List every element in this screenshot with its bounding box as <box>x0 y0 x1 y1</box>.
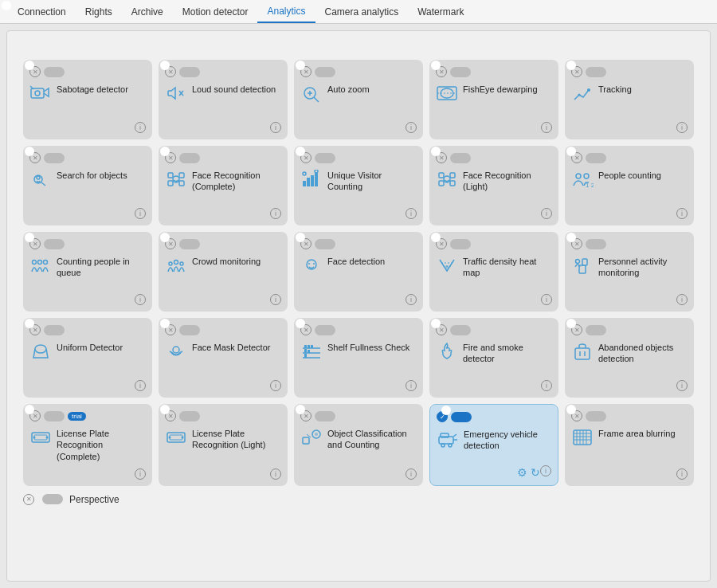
card-footer-sabotage: i <box>29 122 146 133</box>
card-header-fisheye: ✕ <box>436 66 552 77</box>
toggle-bar-fire-smoke[interactable] <box>450 325 471 335</box>
card-body-traffic-density: Traffic density heat map <box>436 253 552 291</box>
toggle-bar-shelf-fullness[interactable] <box>315 325 335 335</box>
toggle-bar-face-recognition-complete[interactable] <box>179 153 200 163</box>
toggle-bar-crowd-monitoring[interactable] <box>179 239 200 249</box>
info-button-license-plate-light[interactable]: i <box>270 468 281 480</box>
toggle-bar-counting-queue[interactable] <box>44 239 65 249</box>
info-button-fire-smoke[interactable]: i <box>541 380 552 391</box>
info-button-unique-visitor[interactable]: i <box>406 208 417 219</box>
module-card-license-plate-complete: ✕trialLicense Plate Recognition (Complet… <box>23 404 152 486</box>
nav-item-connection[interactable]: Connection <box>8 2 76 22</box>
info-button-object-classification[interactable]: i <box>406 468 417 480</box>
info-button-search-objects[interactable]: i <box>135 208 146 219</box>
info-button-sabotage[interactable]: i <box>135 122 146 133</box>
svg-point-43 <box>308 263 310 265</box>
abandoned-objects-icon <box>571 342 594 361</box>
card-body-personnel-activity: Personnel activity monitoring <box>571 253 688 291</box>
info-button-traffic-density[interactable]: i <box>541 294 552 305</box>
svg-rect-24 <box>311 175 314 186</box>
svg-point-33 <box>576 174 581 178</box>
toggle-bar-sabotage[interactable] <box>44 67 65 77</box>
card-header-emergency-vehicle: ✓ <box>437 411 551 422</box>
toggle-bar-object-classification[interactable] <box>315 411 335 421</box>
toggle-bar-traffic-density[interactable] <box>450 239 471 249</box>
toggle-bar-uniform-detector[interactable] <box>44 325 65 335</box>
info-button-face-recognition-complete[interactable]: i <box>270 208 281 219</box>
perspective-x[interactable]: ✕ <box>23 494 34 505</box>
refresh-icon[interactable]: ↻ <box>531 466 540 479</box>
info-button-frame-area-blurring[interactable]: i <box>676 468 688 480</box>
toggle-bar-emergency-vehicle[interactable] <box>451 412 472 422</box>
toggle-bar-abandoned-objects[interactable] <box>586 325 606 335</box>
card-footer-face-recognition-light: i <box>436 208 552 219</box>
toggle-bar-personnel-activity[interactable] <box>586 239 606 249</box>
module-card-auto-zoom: ✕Auto zoomi <box>294 60 423 139</box>
toggle-bar-license-plate-complete[interactable] <box>44 411 65 421</box>
svg-point-81 <box>441 444 445 447</box>
info-button-license-plate-complete[interactable]: i <box>135 468 146 480</box>
nav-item-motion-detector[interactable]: Motion detector <box>173 2 258 22</box>
card-body-loud-sound: Loud sound detection <box>165 80 281 119</box>
module-card-face-mask: ✕Face Mask Detectori <box>159 318 288 398</box>
card-body-unique-visitor: Unique Visitor Counting <box>300 167 417 205</box>
card-body-people-counting: 1 2People counting <box>571 167 688 205</box>
svg-point-39 <box>169 262 172 265</box>
toggle-bar-face-mask[interactable] <box>179 325 200 335</box>
svg-rect-63 <box>304 354 307 358</box>
info-button-people-counting[interactable]: i <box>676 208 688 219</box>
module-card-emergency-vehicle: ✓Emergency vehicle detection⚙↻i <box>429 404 558 486</box>
module-card-crowd-monitoring: ✕Crowd monitoringi <box>159 232 288 312</box>
info-button-tracking[interactable]: i <box>676 122 688 133</box>
card-footer-personnel-activity: i <box>571 294 688 305</box>
svg-rect-30 <box>439 181 444 186</box>
card-header-object-classification: ✕ <box>300 410 417 421</box>
info-button-face-detection[interactable]: i <box>406 294 417 305</box>
module-card-sabotage: ✕Sabotage detectori <box>23 60 152 139</box>
toggle-bar-face-recognition-light[interactable] <box>450 153 471 163</box>
card-footer-emergency-vehicle: ⚙↻i <box>437 463 551 479</box>
card-label-emergency-vehicle: Emergency vehicle detection <box>464 429 551 452</box>
info-button-auto-zoom[interactable]: i <box>406 122 417 133</box>
svg-rect-17 <box>168 173 173 178</box>
toggle-bar-fisheye[interactable] <box>450 67 471 77</box>
info-button-face-recognition-light[interactable]: i <box>541 208 552 219</box>
info-button-crowd-monitoring[interactable]: i <box>270 294 281 305</box>
toggle-bar-license-plate-light[interactable] <box>179 411 200 421</box>
info-button-loud-sound[interactable]: i <box>270 122 281 133</box>
settings-icon[interactable]: ⚙ <box>517 466 527 479</box>
card-header-sabotage: ✕ <box>29 66 146 77</box>
top-nav: ConnectionRightsArchiveMotion detectorAn… <box>0 0 717 24</box>
perspective-bar[interactable] <box>42 494 63 504</box>
toggle-bar-loud-sound[interactable] <box>179 67 200 77</box>
info-button-shelf-fullness[interactable]: i <box>406 380 417 391</box>
nav-item-archive[interactable]: Archive <box>122 2 173 22</box>
toggle-bar-unique-visitor[interactable] <box>315 153 335 163</box>
info-button-uniform-detector[interactable]: i <box>135 380 146 391</box>
toggle-bar-auto-zoom[interactable] <box>315 67 335 77</box>
card-label-uniform-detector: Uniform Detector <box>57 342 146 353</box>
toggle-bar-tracking[interactable] <box>586 67 606 77</box>
toggle-bar-face-detection[interactable] <box>315 239 335 249</box>
nav-item-rights[interactable]: Rights <box>76 2 122 22</box>
svg-line-16 <box>41 182 45 186</box>
info-button-counting-queue[interactable]: i <box>135 294 146 305</box>
card-body-tracking: Tracking <box>571 80 688 119</box>
nav-item-analytics[interactable]: Analytics <box>257 1 315 23</box>
toggle-bar-frame-area-blurring[interactable] <box>586 411 606 421</box>
card-label-license-plate-light: License Plate Recognition (Light) <box>192 428 281 451</box>
card-footer-traffic-density: i <box>436 294 552 305</box>
toggle-bar-search-objects[interactable] <box>44 153 65 163</box>
info-button-personnel-activity[interactable]: i <box>676 294 688 305</box>
card-body-abandoned-objects: Abandoned objects detection <box>571 339 688 377</box>
svg-point-82 <box>449 444 452 447</box>
toggle-bar-people-counting[interactable] <box>586 153 606 163</box>
nav-item-camera-analytics[interactable]: Camera analytics <box>315 2 409 22</box>
nav-item-watermark[interactable]: Watermark <box>408 2 473 22</box>
card-label-counting-queue: Counting people in queue <box>57 256 146 279</box>
info-button-emergency-vehicle[interactable]: i <box>540 465 551 476</box>
info-button-face-mask[interactable]: i <box>270 380 281 391</box>
info-button-abandoned-objects[interactable]: i <box>676 380 688 391</box>
info-button-fisheye[interactable]: i <box>541 122 552 133</box>
card-body-sabotage: Sabotage detector <box>29 80 146 119</box>
